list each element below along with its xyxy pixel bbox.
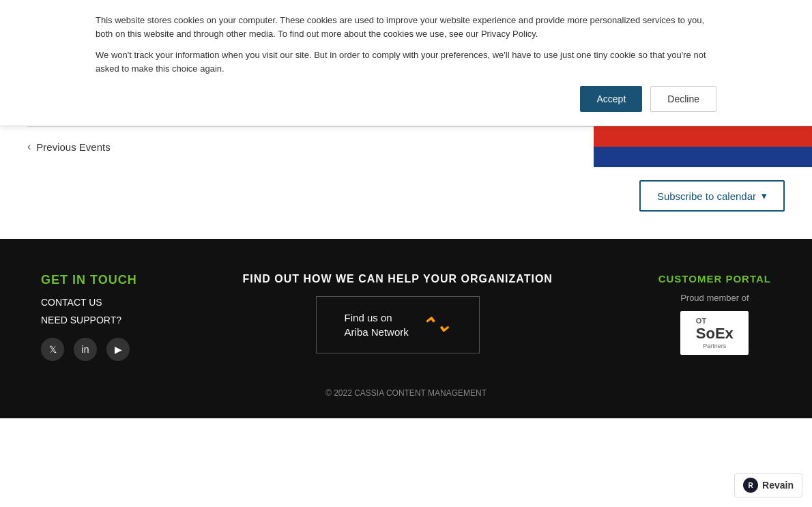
customer-portal-link[interactable]: CUSTOMER PORTAL: [658, 273, 771, 285]
cookie-buttons: Accept Decline: [96, 86, 716, 112]
revain-badge[interactable]: R Revain: [734, 473, 802, 497]
soex-badge[interactable]: OT SoEx Partners: [680, 311, 749, 355]
flag-image: [594, 126, 812, 167]
soex-sub-label: Partners: [696, 343, 734, 349]
get-in-touch-title: GET IN TOUCH: [41, 273, 137, 287]
find-org-title: FIND OUT HOW WE CAN HELP YOUR ORGANIZATI…: [242, 273, 552, 285]
youtube-icon[interactable]: ▶: [106, 338, 130, 361]
ariba-logo: ⌃⌄: [420, 314, 451, 336]
footer-right: CUSTOMER PORTAL Proud member of OT SoEx …: [658, 273, 771, 361]
accept-button[interactable]: Accept: [580, 86, 642, 112]
main-content: ‹ Previous Events Next Events › Subscrib…: [0, 126, 812, 225]
subscribe-area: Subscribe to calendar ▾: [0, 166, 812, 225]
ariba-box[interactable]: Find us on Ariba Network ⌃⌄: [316, 296, 480, 353]
decline-button[interactable]: Decline: [650, 86, 716, 112]
revain-icon: R: [743, 478, 758, 493]
revain-label: Revain: [762, 480, 794, 491]
cookie-banner: This website stores cookies on your comp…: [0, 0, 812, 126]
previous-events-label: Previous Events: [36, 141, 110, 153]
soex-text: SoEx: [696, 325, 734, 343]
soex-ot-label: OT: [696, 317, 734, 325]
proud-member-text: Proud member of: [680, 293, 749, 303]
footer-inner: GET IN TOUCH CONTACT US NEED SUPPORT? 𝕏 …: [0, 273, 812, 361]
svg-rect-1: [594, 147, 812, 167]
linkedin-icon[interactable]: in: [74, 338, 97, 361]
chevron-left-icon: ‹: [27, 141, 31, 153]
chevron-down-icon: ▾: [762, 190, 767, 202]
footer-copyright: © 2022 CASSIA CONTENT MANAGEMENT: [0, 377, 812, 398]
cookie-main-text: This website stores cookies on your comp…: [96, 14, 716, 40]
svg-rect-0: [594, 126, 812, 147]
subscribe-calendar-button[interactable]: Subscribe to calendar ▾: [639, 180, 785, 212]
previous-events-link[interactable]: ‹ Previous Events: [27, 141, 111, 153]
footer-center: FIND OUT HOW WE CAN HELP YOUR ORGANIZATI…: [242, 273, 552, 361]
footer: GET IN TOUCH CONTACT US NEED SUPPORT? 𝕏 …: [0, 239, 812, 418]
need-support-link[interactable]: NEED SUPPORT?: [41, 315, 121, 325]
subscribe-label: Subscribe to calendar: [657, 190, 756, 202]
twitter-icon[interactable]: 𝕏: [41, 338, 64, 361]
contact-us-link[interactable]: CONTACT US: [41, 297, 102, 308]
social-icons: 𝕏 in ▶: [41, 338, 130, 361]
footer-get-in-touch: GET IN TOUCH CONTACT US NEED SUPPORT? 𝕏 …: [41, 273, 137, 361]
cookie-sub-text: We won't track your information when you…: [96, 48, 716, 75]
ariba-text: Find us on Ariba Network: [345, 310, 409, 339]
